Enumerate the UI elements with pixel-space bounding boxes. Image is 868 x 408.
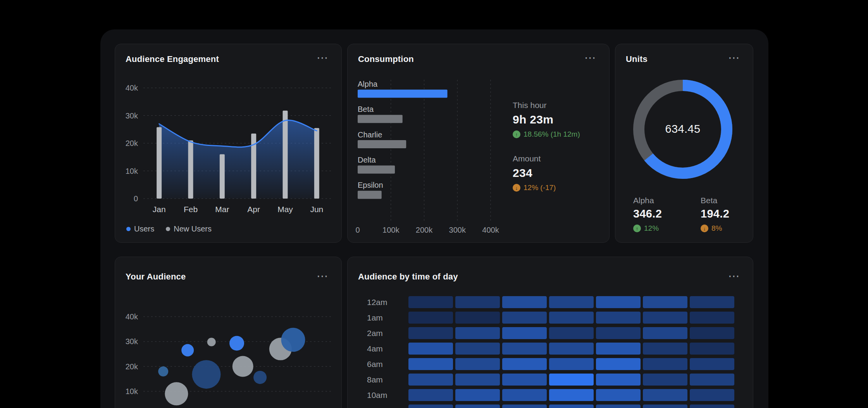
unit-alpha-label: Alpha [633, 196, 662, 205]
heatmap-cell [596, 358, 641, 370]
legend-item-new-users[interactable]: New Users [166, 225, 212, 233]
stat-amount-label: Amount [513, 154, 610, 163]
arrow-up-circle-icon: ↑ [633, 225, 641, 232]
arrow-up-glyph: ↑ [515, 132, 518, 137]
heatmap-cell [502, 327, 547, 339]
your-audience-card-title: Your Audience [126, 272, 186, 282]
stat-amount-delta-text: 12% (-17) [524, 183, 556, 192]
heatmap-cell [596, 389, 641, 401]
heatmap-cell [549, 343, 594, 355]
legend-item-users[interactable]: Users [126, 225, 154, 233]
heatmap-row-label: 6am [367, 360, 406, 369]
heatmap-cell [502, 358, 547, 370]
card-units: Units ⋯ 634.45 Alpha 346.2 ↑ 12% Beta 19… [615, 44, 753, 243]
consumption-bar-beta [358, 115, 403, 123]
time-of-day-more-options-icon[interactable]: ⋯ [725, 269, 743, 283]
your-audience-more-options-icon[interactable]: ⋯ [313, 269, 331, 283]
heatmap-cell [643, 312, 687, 324]
new-users-bar [188, 141, 193, 199]
heatmap-cell [408, 327, 453, 339]
audience-bubble [232, 356, 253, 377]
x-tick-label: Feb [184, 205, 198, 214]
heatmap-cell [643, 389, 687, 401]
heatmap-row: 2am [367, 327, 734, 339]
y-tick-label: 10k [126, 167, 138, 175]
heatmap-cell [549, 327, 594, 339]
stat-this-hour-delta: ↑ 18.56% (1h 12m) [513, 130, 610, 139]
users-area-fill [159, 120, 317, 199]
new-users-bar [157, 127, 162, 199]
y-tick-label: 20k [126, 362, 138, 371]
y-tick-label: 40k [126, 312, 138, 321]
consumption-stats: This hour 9h 23m ↑ 18.56% (1h 12m) Amoun… [513, 101, 610, 192]
heatmap-cell [690, 405, 734, 408]
heatmap-row-label: 4am [367, 344, 406, 353]
bar-category-label: Charlie [358, 130, 382, 139]
audience-bubble [207, 338, 216, 346]
units-more-options-icon[interactable]: ⋯ [725, 50, 743, 65]
heatmap-row-label: 12pm [367, 406, 406, 408]
unit-alpha-value: 346.2 [633, 207, 662, 220]
heatmap-cell [502, 343, 547, 355]
heatmap-row: 8am [367, 374, 734, 386]
heatmap-cell [502, 389, 547, 401]
heatmap-row-label: 12am [367, 298, 406, 307]
heatmap-cell [408, 374, 453, 386]
heatmap-row: 12am [367, 296, 734, 308]
arrow-down-circle-icon: ↓ [701, 225, 708, 232]
heatmap-cell [455, 296, 500, 308]
unit-beta-value: 194.2 [701, 207, 729, 220]
heatmap-cell [455, 374, 500, 386]
audience-bubble [165, 382, 188, 405]
x-tick-label: Apr [247, 205, 260, 214]
heatmap-cell [408, 343, 453, 355]
heatmap-cell [690, 327, 734, 339]
y-tick-label: 10k [126, 387, 138, 396]
y-tick-label: 40k [126, 84, 138, 92]
heatmap-cell [455, 327, 500, 339]
stat-amount: Amount 234 ↓ 12% (-17) [513, 154, 610, 192]
arrow-down-circle-icon: ↓ [513, 184, 520, 192]
consumption-more-options-icon[interactable]: ⋯ [581, 50, 599, 65]
donut-center-value: 634.45 [648, 123, 718, 135]
heatmap-row: 4am [367, 343, 734, 355]
bar-category-label: Beta [358, 105, 374, 113]
x-tick-label: May [277, 205, 293, 214]
engagement-more-options-icon[interactable]: ⋯ [313, 50, 331, 65]
heatmap-cell [549, 296, 594, 308]
unit-beta-delta: ↓ 8% [701, 224, 729, 233]
unit-beta-label: Beta [701, 196, 729, 205]
heatmap-cell [408, 358, 453, 370]
heatmap-cell [455, 405, 500, 408]
bar-category-label: Epsilon [358, 181, 383, 189]
stat-this-hour-delta-text: 18.56% (1h 12m) [524, 130, 580, 139]
card-audience-by-time-of-day: Audience by time of day ⋯ 12am1am2am4am6… [347, 257, 753, 408]
heatmap-cell [455, 389, 500, 401]
heatmap-cell [408, 312, 453, 324]
card-your-audience: 40k30k20k10k Your Audience ⋯ [115, 257, 342, 408]
heatmap-cell [643, 343, 687, 355]
unit-beta-delta-text: 8% [711, 224, 722, 233]
bar-category-label: Alpha [358, 80, 378, 88]
stat-this-hour-value: 9h 23m [513, 113, 610, 126]
engagement-card-title: Audience Engagement [126, 54, 219, 64]
unit-breakdown-alpha: Alpha 346.2 ↑ 12% [633, 196, 662, 233]
consumption-bar-epsilon [358, 191, 382, 199]
heatmap-cell [643, 358, 687, 370]
unit-alpha-delta: ↑ 12% [633, 224, 662, 233]
heatmap-cell [549, 358, 594, 370]
engagement-combo-chart: 40k30k20k10k0JanFebMarAprMayJun [115, 44, 341, 242]
x-tick-label: 0 [355, 226, 360, 234]
consumption-bar-alpha [358, 90, 448, 98]
x-tick-label: Mar [215, 205, 229, 214]
arrow-down-glyph: ↓ [703, 226, 706, 231]
new-users-bar [314, 128, 319, 199]
heatmap-row: 12pm [367, 405, 734, 408]
legend-dot-users [126, 227, 131, 231]
stat-amount-value: 234 [513, 166, 610, 180]
audience-bubble [253, 371, 267, 384]
heatmap-cell [690, 343, 734, 355]
y-tick-label: 30k [126, 111, 138, 120]
heatmap-cell [408, 296, 453, 308]
audience-bubble [229, 336, 244, 351]
